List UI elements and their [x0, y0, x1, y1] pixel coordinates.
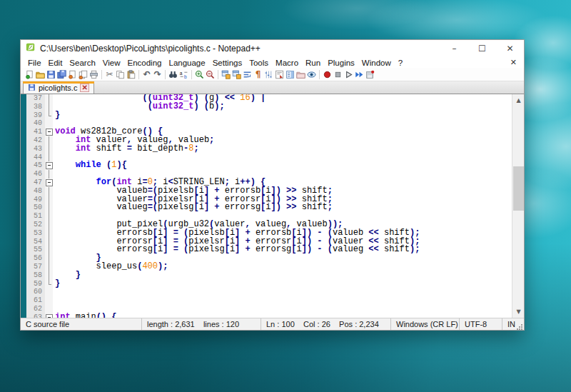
macro-save-icon[interactable] — [365, 69, 375, 80]
macro-record-icon[interactable] — [322, 69, 333, 80]
code-line-60[interactable]: 60 — [26, 288, 512, 296]
close-all-icon[interactable] — [78, 69, 89, 80]
monitoring-icon[interactable] — [306, 69, 317, 80]
menu-[interactable]: ? — [395, 59, 406, 67]
paste-icon[interactable] — [126, 69, 136, 80]
macro-playback-icon[interactable] — [343, 69, 354, 80]
vertical-scrollbar[interactable]: ▲ ▼ — [512, 94, 524, 318]
function-list-icon[interactable] — [274, 69, 285, 80]
code-text — [53, 288, 55, 296]
code-line-50[interactable]: 50 valueg=(pixelsg[i] + errorsg[i]) >> s… — [26, 203, 512, 212]
code-text — [53, 296, 55, 305]
zoom-out-icon[interactable] — [205, 69, 216, 80]
scroll-up-arrow-icon[interactable]: ▲ — [512, 94, 525, 106]
fold-margin — [45, 136, 53, 145]
code-line-59[interactable]: 59} — [26, 280, 512, 288]
close-document-icon[interactable]: ✕ — [510, 58, 517, 67]
editor-area[interactable]: 37 ((uint32_t) (g) << 16) |38 (uint32_t)… — [21, 94, 524, 318]
undo-icon[interactable]: ↶ — [141, 69, 152, 80]
menu-run[interactable]: Run — [302, 59, 324, 67]
menu-language[interactable]: Language — [165, 59, 208, 67]
code-line-61[interactable]: 61 — [26, 296, 512, 305]
fold-margin — [45, 94, 53, 103]
line-number: 52 — [26, 221, 45, 229]
menu-plugins[interactable]: Plugins — [324, 59, 358, 67]
code-line-45[interactable]: 45 while (1){ — [26, 161, 512, 170]
code-line-43[interactable]: 43 int shift = bit_depth-8; — [26, 145, 512, 154]
line-number: 61 — [26, 296, 45, 305]
fold-margin — [45, 238, 53, 246]
save-all-icon[interactable] — [56, 69, 67, 80]
line-number: 60 — [26, 288, 45, 296]
new-file-icon[interactable] — [24, 69, 35, 80]
fold-collapse-icon[interactable] — [45, 179, 53, 187]
tab-close-icon[interactable]: ✕ — [80, 84, 89, 92]
macro-run-multiple-icon[interactable] — [354, 69, 365, 80]
menu-file[interactable]: File — [24, 59, 45, 67]
find-icon[interactable] — [168, 69, 178, 80]
code-line-39[interactable]: 39} — [26, 111, 512, 120]
close-file-icon[interactable] — [67, 69, 78, 80]
fold-margin — [45, 254, 53, 263]
status-bar: C source filelength : 2,631 lines : 120L… — [21, 318, 524, 330]
open-file-icon[interactable] — [35, 69, 46, 80]
line-number: 45 — [26, 161, 45, 170]
code-text: int main() { — [53, 313, 116, 318]
indent-guide-icon[interactable] — [263, 69, 274, 80]
code-lines[interactable]: 37 ((uint32_t) (g) << 16) |38 (uint32_t)… — [26, 94, 512, 318]
title-bar[interactable]: C:\Users\ben\Desktop\PicoLights\picoligh… — [21, 40, 524, 57]
cut-icon[interactable]: ✂ — [104, 69, 115, 80]
code-line-63[interactable]: 63int main() { — [26, 313, 512, 318]
replace-icon[interactable]: ab — [178, 69, 189, 80]
menu-view[interactable]: View — [99, 59, 124, 67]
code-line-57[interactable]: 57 sleep_us(400); — [26, 263, 512, 271]
menu-search[interactable]: Search — [66, 59, 98, 67]
status-cursor-pos: Ln : 100 Col : 26 Pos : 2,234 — [261, 318, 391, 330]
copy-icon[interactable] — [115, 69, 126, 80]
show-all-characters-icon[interactable]: ¶ — [253, 69, 263, 80]
fold-margin — [45, 288, 53, 296]
minimize-button[interactable]: – — [440, 40, 468, 57]
tab-picolights[interactable]: picolights.c ✕ — [23, 81, 94, 94]
menu-edit[interactable]: Edit — [45, 59, 66, 67]
line-number: 62 — [26, 305, 45, 313]
active-tab-accent — [23, 81, 94, 84]
print-icon[interactable] — [89, 69, 99, 80]
folder-as-workspace-icon[interactable] — [295, 69, 306, 80]
code-text: errorsg[i] = (pixelsg[i] + errorsg[i]) -… — [53, 246, 420, 254]
resize-grip[interactable] — [516, 323, 522, 330]
menu-tools[interactable]: Tools — [246, 59, 272, 67]
line-number: 48 — [26, 187, 45, 196]
redo-icon[interactable]: ↷ — [152, 69, 163, 80]
save-icon[interactable] — [46, 69, 56, 80]
close-button[interactable]: ✕ — [496, 40, 524, 57]
fold-collapse-icon[interactable] — [45, 313, 53, 318]
menu-window[interactable]: Window — [358, 59, 395, 67]
code-line-58[interactable]: 58 } — [26, 271, 512, 280]
document-map-icon[interactable] — [285, 69, 295, 80]
fold-margin — [45, 170, 53, 179]
sync-vertical-scroll-icon[interactable] — [221, 69, 231, 80]
toolbar-separator — [138, 70, 139, 79]
scrollbar-thumb[interactable] — [513, 166, 524, 211]
code-text: } — [53, 111, 60, 120]
sync-horizontal-scroll-icon[interactable] — [231, 69, 242, 80]
scroll-down-arrow-icon[interactable]: ▼ — [512, 306, 525, 318]
status-eol-format: Windows (CR LF) — [391, 318, 460, 330]
macro-stop-icon[interactable] — [333, 69, 343, 80]
line-number: 41 — [26, 128, 45, 136]
word-wrap-icon[interactable] — [242, 69, 253, 80]
menu-settings[interactable]: Settings — [209, 59, 246, 67]
code-line-38[interactable]: 38 (uint32_t) (b); — [26, 103, 512, 111]
menu-encoding[interactable]: Encoding — [124, 59, 166, 67]
fold-collapse-icon[interactable] — [45, 128, 53, 136]
menu-macro[interactable]: Macro — [272, 59, 302, 67]
line-number: 40 — [26, 119, 45, 128]
fold-collapse-icon[interactable] — [45, 161, 53, 170]
zoom-in-icon[interactable] — [194, 69, 205, 80]
fold-margin — [45, 196, 53, 204]
menu-bar: FileEditSearchViewEncodingLanguageSettin… — [21, 57, 524, 68]
maximize-button[interactable]: ☐ — [468, 40, 496, 57]
toolbar-separator — [165, 70, 166, 79]
line-number: 46 — [26, 170, 45, 179]
